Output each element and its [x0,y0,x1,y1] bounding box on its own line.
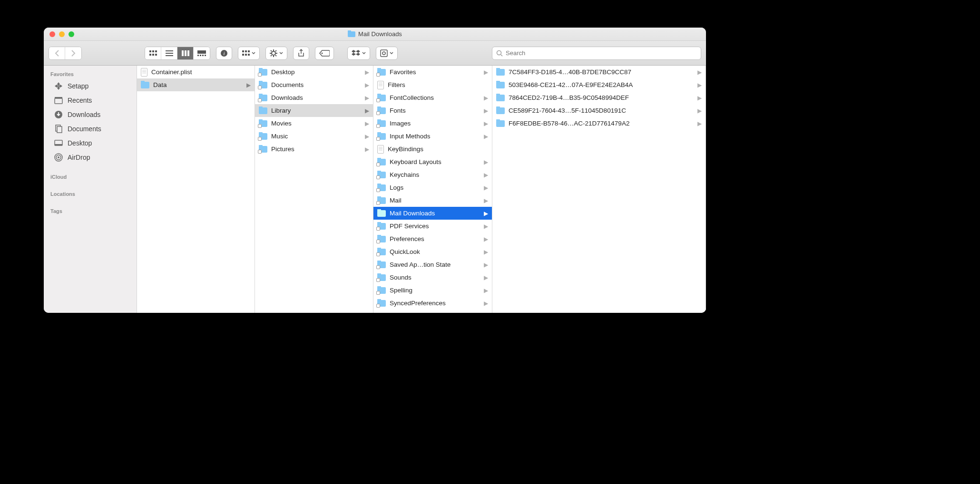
folder-alias-icon [377,223,386,230]
grid-icon [149,50,157,56]
search-input[interactable] [506,49,697,57]
back-button[interactable] [49,47,65,59]
column-4[interactable]: 7C584FF3-D185-4…40B-B7DE7BC9CC87▶503E946… [492,66,706,313]
file-row[interactable]: Music▶ [255,130,373,143]
chevron-right-icon: ▶ [697,82,703,88]
svg-rect-2 [155,50,157,52]
file-row[interactable]: 7864CED2-719B-4…B35-9C0548994DEF▶ [492,91,706,104]
chevron-right-icon: ▶ [484,172,489,178]
search-field[interactable] [492,47,701,60]
file-row[interactable]: Sounds▶ [373,271,492,284]
sidebar-item-downloads[interactable]: Downloads [44,107,137,122]
forward-button[interactable] [65,47,81,59]
svg-rect-16 [205,55,206,56]
svg-rect-22 [242,54,244,56]
airdrop-icon [54,153,63,162]
file-row[interactable]: Documents▶ [255,78,373,91]
folder-icon [348,31,355,37]
recents-icon [54,96,63,105]
file-row[interactable]: Favorites▶ [373,66,492,78]
sidebar-item-desktop[interactable]: Desktop [44,136,137,150]
file-row[interactable]: CE589F21-7604-43…5F-11045D80191C▶ [492,104,706,117]
file-row[interactable]: QuickLook▶ [373,245,492,258]
close-window-button[interactable] [49,31,55,37]
file-row[interactable]: Downloads▶ [255,91,373,104]
tags-button[interactable] [315,47,334,60]
file-row[interactable]: Desktop▶ [255,66,373,78]
minimize-window-button[interactable] [59,31,65,37]
svg-point-25 [272,51,275,55]
zoom-window-button[interactable] [69,31,74,37]
chevron-right-icon: ▶ [484,287,489,294]
file-name: Desktop [271,68,361,76]
column-view-button[interactable] [177,47,194,59]
file-row[interactable]: FontCollections▶ [373,91,492,104]
gallery-view-button[interactable] [194,47,210,59]
file-icon [141,68,147,77]
file-row[interactable]: F6F8EDBE-B578-46…AC-21D7761479A2▶ [492,117,706,130]
column-2[interactable]: Desktop▶Documents▶Downloads▶Library▶Movi… [255,66,373,313]
quick-action-button[interactable] [376,47,398,60]
sidebar-item-documents[interactable]: Documents [44,122,137,136]
folder-alias-icon [377,172,386,178]
chevron-right-icon: ▶ [246,82,252,88]
sidebar-item-airdrop[interactable]: AirDrop [44,150,137,165]
folder-alias-icon [259,69,267,76]
folder-icon [496,95,505,101]
file-row[interactable]: PDF Services▶ [373,220,492,232]
file-row[interactable]: KeyBindings [373,143,492,155]
file-name: QuickLook [390,248,480,255]
sidebar-item-setapp[interactable]: Setapp [44,79,137,93]
file-row[interactable]: 503E9468-CE21-42…07A-E9FE24E2AB4A▶ [492,78,706,91]
sidebar-section-icloud[interactable]: iCloud [44,171,137,182]
get-info-button[interactable]: i [216,47,232,60]
chevron-right-icon: ▶ [697,107,703,114]
file-name: Sounds [390,274,480,281]
folder-icon [377,210,386,217]
svg-rect-45 [55,144,62,145]
file-row[interactable]: Filters [373,78,492,91]
file-row[interactable]: Pictures▶ [255,143,373,155]
file-row[interactable]: Movies▶ [255,117,373,130]
svg-point-34 [322,52,323,54]
file-row[interactable]: 7C584FF3-D185-4…40B-B7DE7BC9CC87▶ [492,66,706,78]
file-row[interactable]: Preferences▶ [373,232,492,245]
chevron-right-icon: ▶ [484,274,489,281]
dropbox-icon [352,50,360,57]
folder-icon [496,82,505,88]
file-row[interactable]: Keyboard Layouts▶ [373,155,492,168]
sidebar-section-tags[interactable]: Tags [44,205,137,216]
file-row[interactable]: Images▶ [373,117,492,130]
column-3[interactable]: Favorites▶FiltersFontCollections▶Fonts▶I… [373,66,492,313]
file-row[interactable]: Saved Ap…tion State▶ [373,258,492,271]
file-row[interactable]: Logs▶ [373,181,492,194]
svg-rect-0 [149,50,151,52]
svg-rect-24 [248,54,250,56]
dropbox-button[interactable] [347,47,370,60]
icon-view-button[interactable] [145,47,161,59]
file-row[interactable]: Mail▶ [373,194,492,207]
file-row[interactable]: Data▶ [137,78,255,91]
share-button[interactable] [293,47,309,60]
file-name: Keyboard Layouts [390,158,480,165]
file-row[interactable]: Input Methods▶ [373,130,492,143]
file-row[interactable]: Library▶ [255,104,373,117]
file-row[interactable]: SyncedPreferences▶ [373,297,492,310]
file-name: F6F8EDBE-B578-46…AC-21D7761479A2 [509,120,694,127]
file-row[interactable]: Mail Downloads▶ [373,207,492,220]
file-name: Library [271,107,361,114]
file-row[interactable]: Fonts▶ [373,104,492,117]
traffic-lights [44,31,74,37]
action-menu-button[interactable] [265,47,287,60]
column-1[interactable]: Container.plistData▶ [137,66,255,313]
sidebar-item-recents[interactable]: Recents [44,93,137,107]
sidebar-section-locations[interactable]: Locations [44,188,137,199]
list-view-button[interactable] [161,47,177,59]
file-row[interactable]: Container.plist [137,66,255,78]
group-by-button[interactable] [238,47,260,60]
file-row[interactable]: Keychains▶ [373,168,492,181]
file-name: Mail Downloads [390,210,480,217]
svg-rect-3 [149,54,151,56]
svg-rect-15 [202,55,204,56]
file-row[interactable]: Spelling▶ [373,284,492,297]
